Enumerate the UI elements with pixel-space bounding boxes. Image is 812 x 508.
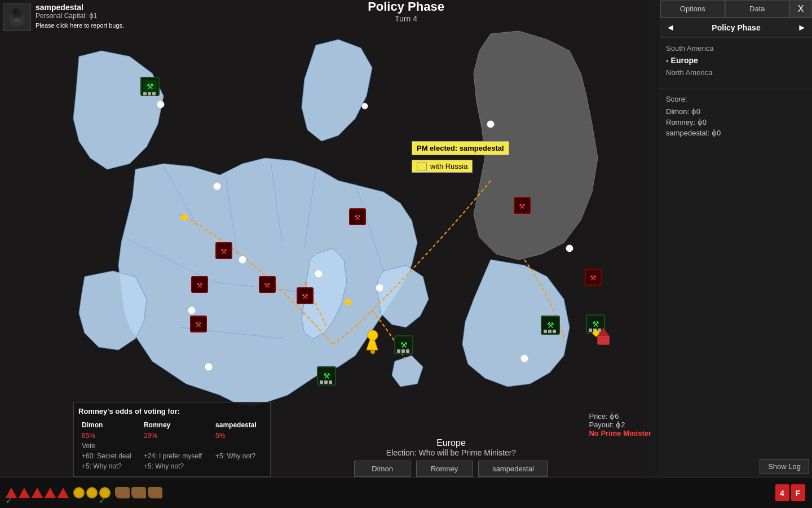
svg-rect-53 bbox=[397, 349, 400, 353]
candidate-sampedestal-btn[interactable]: sampedestal bbox=[478, 461, 548, 477]
nav-right-arrow[interactable]: ► bbox=[797, 23, 806, 33]
svg-rect-27 bbox=[143, 92, 147, 95]
score-section: Score: Dimon: ɸ0 Romney: ɸ0 sampedestal:… bbox=[660, 89, 812, 144]
vote-title: Romney's odds of voting for: bbox=[78, 407, 266, 415]
election-question: Election: Who will be Prime Minister? bbox=[386, 448, 516, 457]
boot-icons-group bbox=[115, 487, 162, 498]
panel-nav: ◄ Policy Phase ► bbox=[660, 18, 812, 38]
username-label: sampedestal bbox=[36, 3, 124, 12]
turn-label: Turn 4 bbox=[368, 14, 444, 23]
score-title: Score: bbox=[666, 95, 806, 103]
svg-text:⚒: ⚒ bbox=[590, 274, 597, 282]
tab-options[interactable]: Options bbox=[660, 0, 725, 17]
boot-2 bbox=[131, 487, 146, 498]
svg-point-20 bbox=[566, 245, 573, 252]
svg-text:⚒: ⚒ bbox=[220, 247, 227, 256]
svg-rect-28 bbox=[148, 92, 151, 95]
coin-2 bbox=[86, 487, 98, 498]
candidate-romney-btn[interactable]: Romney bbox=[416, 461, 473, 477]
svg-point-13 bbox=[157, 101, 164, 108]
vote-col-sampedestal: sampedestal bbox=[213, 420, 264, 430]
game-logo: 4 F bbox=[775, 481, 809, 506]
svg-rect-60 bbox=[553, 330, 556, 333]
score-romney: Romney: ɸ0 bbox=[666, 117, 806, 128]
pm-tooltip: PM elected: sampedestal bbox=[412, 141, 509, 155]
bottom-bar: ✓ ✓ 4 F bbox=[0, 477, 812, 508]
candidate-dimon-btn[interactable]: Dimon bbox=[354, 461, 411, 477]
svg-point-17 bbox=[205, 364, 212, 370]
svg-rect-67 bbox=[368, 330, 378, 340]
price-info: Price: ɸ6 Payout: ɸ2 No Prime Minister bbox=[586, 409, 654, 440]
svg-text:⚒: ⚒ bbox=[196, 281, 203, 290]
tab-data[interactable]: Data bbox=[725, 0, 790, 17]
region-europe[interactable]: - Europe bbox=[666, 54, 806, 67]
svg-rect-63 bbox=[589, 329, 592, 332]
election-section: Europe Election: Who will be Prime Minis… bbox=[259, 438, 643, 477]
svg-text:F: F bbox=[796, 489, 801, 498]
coin-1 bbox=[73, 487, 85, 498]
triangle-4 bbox=[45, 488, 56, 498]
svg-text:⚒: ⚒ bbox=[264, 281, 271, 290]
svg-point-22 bbox=[521, 355, 528, 362]
vote-reason-r2: +5: Why not? bbox=[142, 462, 212, 471]
vote-pct-romney: 29% bbox=[142, 431, 212, 440]
svg-point-16 bbox=[188, 307, 195, 314]
region-north-america[interactable]: North America bbox=[666, 67, 806, 78]
triangle-2 bbox=[19, 488, 30, 498]
pm-tooltip-text: PM elected: sampedestal bbox=[417, 144, 504, 152]
panel-tabs: Options Data X bbox=[660, 0, 812, 18]
capital-label: Personal Capital: ɸ1 bbox=[36, 12, 124, 20]
region-list: South America - Europe North America bbox=[660, 38, 812, 83]
tab-close[interactable]: X bbox=[789, 0, 812, 17]
svg-text:⚒: ⚒ bbox=[195, 321, 202, 329]
show-log-button[interactable]: Show Log bbox=[760, 459, 809, 474]
no-pm-status: No Prime Minister bbox=[589, 429, 651, 437]
header-title: Policy Phase Turn 4 bbox=[368, 0, 444, 23]
candidate-buttons: Dimon Romney sampedestal bbox=[354, 461, 548, 477]
svg-rect-50 bbox=[329, 380, 332, 384]
election-region: Europe bbox=[386, 438, 516, 448]
triangle-5 bbox=[58, 488, 69, 498]
user-avatar bbox=[3, 3, 31, 31]
price-line: Price: ɸ6 bbox=[589, 412, 651, 421]
nav-title: Policy Phase bbox=[712, 23, 760, 32]
svg-rect-54 bbox=[401, 349, 405, 353]
vote-reason-s2 bbox=[213, 462, 264, 471]
svg-text:4: 4 bbox=[780, 489, 784, 498]
svg-rect-49 bbox=[324, 380, 328, 384]
phase-label: Policy Phase bbox=[368, 0, 444, 14]
svg-rect-55 bbox=[406, 349, 409, 353]
svg-text:⚒: ⚒ bbox=[302, 292, 308, 301]
svg-text:⚒: ⚒ bbox=[147, 82, 154, 91]
svg-rect-29 bbox=[152, 92, 156, 95]
region-south-america[interactable]: South America bbox=[666, 42, 806, 54]
voting-panel: Romney's odds of voting for: Dimon Romne… bbox=[73, 402, 271, 477]
triangle-icons-group bbox=[6, 488, 69, 498]
vote-col-romney: Romney bbox=[142, 420, 212, 430]
svg-text:⚒: ⚒ bbox=[519, 202, 526, 211]
svg-text:⚒: ⚒ bbox=[323, 371, 330, 380]
svg-point-68 bbox=[370, 349, 375, 354]
vote-reason-r1: +24: I prefer myself bbox=[142, 452, 212, 461]
svg-text:⚒: ⚒ bbox=[400, 340, 408, 349]
russia-tooltip-text: with Russia bbox=[430, 162, 467, 170]
election-info: Europe Election: Who will be Prime Minis… bbox=[386, 438, 516, 457]
svg-point-15 bbox=[239, 256, 246, 263]
russia-tooltip: with Russia bbox=[412, 160, 473, 173]
svg-point-23 bbox=[362, 103, 368, 109]
vote-prefix: Vote bbox=[80, 441, 264, 450]
vote-col-dimon: Dimon bbox=[80, 420, 140, 430]
vote-pct-sampedestal: 5% bbox=[213, 431, 264, 440]
svg-point-14 bbox=[214, 183, 220, 190]
nav-left-arrow[interactable]: ◄ bbox=[666, 23, 675, 33]
bug-report-link[interactable]: Please click here to report bugs. bbox=[36, 22, 124, 29]
vote-reason-d1: +60: Secret deal bbox=[80, 452, 140, 461]
svg-point-21 bbox=[487, 121, 494, 128]
svg-text:⚒: ⚒ bbox=[354, 213, 361, 222]
russia-flag-icon bbox=[417, 163, 427, 170]
svg-rect-48 bbox=[320, 380, 323, 384]
boot-3 bbox=[148, 487, 162, 498]
right-panel: Options Data X ◄ Policy Phase ► South Am… bbox=[660, 0, 812, 508]
vote-reason-d2: +5: Why not? bbox=[80, 462, 140, 471]
check-1: ✓ bbox=[6, 496, 12, 505]
